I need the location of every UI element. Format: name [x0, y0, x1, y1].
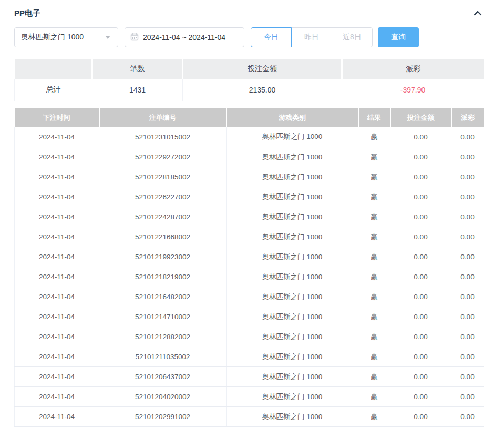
- result-cell: 赢: [358, 127, 390, 147]
- header-game-type: 游戏类别: [227, 108, 358, 127]
- header-bet-id: 注单编号: [99, 108, 227, 127]
- result-cell: 赢: [358, 267, 390, 287]
- payout-cell: 0.00: [451, 127, 484, 147]
- bet-amount-cell: 0.00: [390, 387, 451, 407]
- table-row: 2024-11-0452101206437002奥林匹斯之门 1000赢0.00…: [15, 367, 484, 387]
- bet-time-cell: 2024-11-04: [15, 247, 99, 267]
- payout-cell: 0.00: [451, 227, 484, 247]
- payout-cell: 0.00: [451, 367, 484, 387]
- bet-id-cell: 52101221668002: [99, 227, 227, 247]
- game-select[interactable]: 奥林匹斯之门 1000: [14, 27, 118, 47]
- header-bet-amount: 投注金额: [390, 108, 451, 127]
- table-row: 2024-11-0452101211035002奥林匹斯之门 1000赢0.00…: [15, 347, 484, 367]
- bet-amount-cell: 0.00: [390, 327, 451, 347]
- summary-header-payout: 派彩: [342, 59, 484, 79]
- bet-id-cell: 52101204020002: [99, 387, 227, 407]
- table-row: 2024-11-0452101219923002奥林匹斯之门 1000赢0.00…: [15, 247, 484, 267]
- bet-id-cell: 52101226227002: [99, 187, 227, 207]
- table-row: 2024-11-0452101212882002奥林匹斯之门 1000赢0.00…: [15, 327, 484, 347]
- table-row: 2024-11-0452101218219002奥林匹斯之门 1000赢0.00…: [15, 267, 484, 287]
- bet-time-cell: 2024-11-04: [15, 287, 99, 307]
- result-cell: 赢: [358, 247, 390, 267]
- payout-cell: 0.00: [451, 327, 484, 347]
- result-cell: 赢: [358, 307, 390, 327]
- yesterday-button[interactable]: 昨日: [291, 27, 332, 47]
- result-cell: 赢: [358, 227, 390, 247]
- header-bet-time: 下注时间: [15, 108, 99, 127]
- game-type-cell: 奥林匹斯之门 1000: [227, 227, 358, 247]
- bet-amount-cell: 0.00: [390, 347, 451, 367]
- bet-time-cell: 2024-11-04: [15, 127, 99, 147]
- table-row: 2024-11-0452101229272002奥林匹斯之门 1000赢0.00…: [15, 147, 484, 167]
- date-range-input[interactable]: 2024-11-04 ~ 2024-11-04: [125, 27, 244, 47]
- table-row: 2024-11-0452101221668002奥林匹斯之门 1000赢0.00…: [15, 227, 484, 247]
- game-type-cell: 奥林匹斯之门 1000: [227, 147, 358, 167]
- header-payout: 派彩: [451, 108, 484, 127]
- bet-id-cell: 52101214710002: [99, 307, 227, 327]
- bet-time-cell: 2024-11-04: [15, 167, 99, 187]
- bets-header-row: 下注时间 注单编号 游戏类别 结果 投注金额 派彩: [15, 108, 484, 127]
- pp-electronic-panel: PP电子 奥林匹斯之门 1000 2024-11-04 ~ 2024-11-04…: [14, 0, 484, 427]
- table-row: 2024-11-0452101231015002奥林匹斯之门 1000赢0.00…: [15, 127, 484, 147]
- collapse-panel-button[interactable]: [472, 7, 484, 19]
- table-row: 2024-11-0452101228185002奥林匹斯之门 1000赢0.00…: [15, 167, 484, 187]
- payout-cell: 0.00: [451, 407, 484, 427]
- bet-amount-cell: 0.00: [390, 147, 451, 167]
- bet-time-cell: 2024-11-04: [15, 327, 99, 347]
- search-button[interactable]: 查询: [378, 27, 419, 47]
- summary-total-payout: -397.90: [342, 79, 484, 101]
- bet-id-cell: 52101202991002: [99, 407, 227, 427]
- table-row: 2024-11-0452101204020002奥林匹斯之门 1000赢0.00…: [15, 387, 484, 407]
- date-range-value: 2024-11-04 ~ 2024-11-04: [143, 33, 225, 42]
- bet-time-cell: 2024-11-04: [15, 347, 99, 367]
- today-button[interactable]: 今日: [251, 27, 292, 47]
- bet-amount-cell: 0.00: [390, 407, 451, 427]
- bet-amount-cell: 0.00: [390, 207, 451, 227]
- payout-cell: 0.00: [451, 167, 484, 187]
- game-type-cell: 奥林匹斯之门 1000: [227, 287, 358, 307]
- bet-time-cell: 2024-11-04: [15, 187, 99, 207]
- payout-cell: 0.00: [451, 347, 484, 367]
- result-cell: 赢: [358, 327, 390, 347]
- summary-table: 笔数 投注金额 派彩 总计 1431 2135.00 -397.90: [14, 59, 484, 101]
- result-cell: 赢: [358, 407, 390, 427]
- bets-table: 下注时间 注单编号 游戏类别 结果 投注金额 派彩 2024-11-045210…: [14, 108, 484, 427]
- table-row: 2024-11-0452101202991002奥林匹斯之门 1000赢0.00…: [15, 407, 484, 427]
- bet-time-cell: 2024-11-04: [15, 307, 99, 327]
- table-row: 2024-11-0452101226227002奥林匹斯之门 1000赢0.00…: [15, 187, 484, 207]
- table-row: 2024-11-0452101214710002奥林匹斯之门 1000赢0.00…: [15, 307, 484, 327]
- bet-id-cell: 52101212882002: [99, 327, 227, 347]
- bet-amount-cell: 0.00: [390, 247, 451, 267]
- game-type-cell: 奥林匹斯之门 1000: [227, 207, 358, 227]
- bet-id-cell: 52101231015002: [99, 127, 227, 147]
- payout-cell: 0.00: [451, 267, 484, 287]
- bet-id-cell: 52101206437002: [99, 367, 227, 387]
- bet-time-cell: 2024-11-04: [15, 147, 99, 167]
- bet-id-cell: 52101211035002: [99, 347, 227, 367]
- payout-cell: 0.00: [451, 387, 484, 407]
- bet-amount-cell: 0.00: [390, 287, 451, 307]
- game-type-cell: 奥林匹斯之门 1000: [227, 267, 358, 287]
- summary-total-row: 总计 1431 2135.00 -397.90: [15, 79, 484, 101]
- bet-amount-cell: 0.00: [390, 167, 451, 187]
- game-type-cell: 奥林匹斯之门 1000: [227, 407, 358, 427]
- summary-header-row: 笔数 投注金额 派彩: [15, 59, 484, 79]
- header-result: 结果: [358, 108, 390, 127]
- game-type-cell: 奥林匹斯之门 1000: [227, 247, 358, 267]
- chevron-down-icon: [105, 36, 110, 39]
- payout-cell: 0.00: [451, 307, 484, 327]
- bet-id-cell: 52101216482002: [99, 287, 227, 307]
- payout-cell: 0.00: [451, 187, 484, 207]
- table-row: 2024-11-0452101216482002奥林匹斯之门 1000赢0.00…: [15, 287, 484, 307]
- payout-cell: 0.00: [451, 147, 484, 167]
- bet-id-cell: 52101219923002: [99, 247, 227, 267]
- summary-total-count: 1431: [92, 79, 183, 101]
- last-8-days-button[interactable]: 近8日: [332, 27, 373, 47]
- summary-header-empty: [15, 59, 92, 79]
- calendar-icon: [130, 33, 143, 43]
- bet-time-cell: 2024-11-04: [15, 387, 99, 407]
- result-cell: 赢: [358, 347, 390, 367]
- result-cell: 赢: [358, 207, 390, 227]
- result-cell: 赢: [358, 167, 390, 187]
- game-type-cell: 奥林匹斯之门 1000: [227, 347, 358, 367]
